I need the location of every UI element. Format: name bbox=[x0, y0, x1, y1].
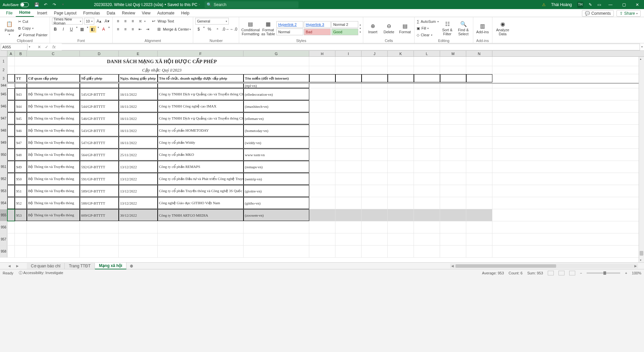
cell[interactable] bbox=[466, 137, 492, 148]
cell[interactable] bbox=[335, 173, 362, 185]
cell[interactable] bbox=[440, 209, 466, 221]
row-header[interactable]: 946 bbox=[0, 100, 7, 112]
save-icon[interactable]: 💾 bbox=[34, 2, 40, 7]
col-header-E[interactable]: E bbox=[119, 51, 158, 56]
align-bottom-icon[interactable]: ≡ bbox=[129, 18, 136, 25]
cell[interactable]: (hometoday·vn) bbox=[244, 125, 309, 136]
cell[interactable] bbox=[7, 161, 15, 173]
cell[interactable] bbox=[7, 125, 15, 136]
autosum-button[interactable]: ∑AutoSum▾ bbox=[417, 18, 438, 25]
cell[interactable]: Bộ Thông tin và Truyền thông bbox=[27, 197, 80, 209]
cell[interactable] bbox=[335, 197, 362, 209]
comments-button[interactable]: 💬Comments bbox=[582, 10, 614, 17]
cell[interactable] bbox=[27, 246, 80, 257]
sort-filter-button[interactable]: ☷Sort & Filter bbox=[440, 18, 455, 38]
row-header[interactable]: 947 bbox=[0, 113, 7, 124]
view-normal-icon[interactable] bbox=[548, 271, 554, 275]
conditional-formatting-button[interactable]: ▤Conditional Formatting bbox=[241, 18, 260, 38]
cell[interactable]: 16/11/2022 bbox=[119, 88, 158, 100]
cell[interactable] bbox=[414, 113, 440, 124]
cell[interactable] bbox=[80, 233, 119, 245]
cell[interactable] bbox=[440, 88, 466, 100]
ribbon-display-icon[interactable]: ▭ bbox=[597, 2, 601, 7]
col-header-N[interactable]: N bbox=[466, 51, 492, 56]
cell[interactable] bbox=[309, 246, 335, 257]
col-header-I[interactable]: I bbox=[335, 51, 362, 56]
paste-button[interactable]: 📋Paste▾ bbox=[2, 18, 17, 38]
cell[interactable] bbox=[362, 88, 388, 100]
cell[interactable] bbox=[27, 221, 80, 233]
cell[interactable]: (elleman·vn) bbox=[244, 113, 309, 124]
row-header[interactable]: 951 bbox=[0, 161, 7, 173]
view-page-break-icon[interactable] bbox=[569, 271, 575, 275]
cell[interactable] bbox=[466, 57, 492, 66]
cell[interactable] bbox=[335, 246, 362, 257]
cell[interactable] bbox=[414, 88, 440, 100]
cell[interactable]: Cơ quan cấp phép bbox=[27, 74, 80, 82]
cell[interactable]: www·xem·vn bbox=[244, 149, 309, 161]
row-header[interactable]: 955 bbox=[0, 209, 7, 221]
cell[interactable] bbox=[440, 197, 466, 209]
cell[interactable] bbox=[15, 83, 27, 88]
cell[interactable] bbox=[7, 246, 15, 257]
cell[interactable]: Bộ Thông tin và Truyền thông bbox=[27, 113, 80, 124]
cell[interactable] bbox=[335, 66, 362, 74]
cell[interactable]: 16/11/2022 bbox=[119, 100, 158, 112]
cell[interactable] bbox=[7, 185, 15, 197]
cell[interactable] bbox=[440, 185, 466, 197]
format-cells-button[interactable]: ▤Format bbox=[397, 18, 412, 38]
insert-cells-button[interactable]: ⊕Insert bbox=[365, 18, 380, 38]
cell[interactable] bbox=[309, 74, 335, 82]
cell[interactable] bbox=[335, 74, 362, 82]
cell[interactable] bbox=[309, 66, 335, 74]
cell[interactable] bbox=[7, 113, 15, 124]
cell[interactable] bbox=[388, 66, 414, 74]
cell[interactable] bbox=[388, 221, 414, 233]
style-normal[interactable]: Normal bbox=[276, 29, 303, 35]
row-header[interactable]: 945 bbox=[0, 88, 7, 100]
align-top-icon[interactable]: ≡ bbox=[115, 18, 121, 25]
cell[interactable]: 946 bbox=[15, 125, 27, 136]
clear-button[interactable]: ◇Clear▾ bbox=[417, 32, 438, 38]
cell[interactable] bbox=[388, 197, 414, 209]
cell[interactable] bbox=[414, 233, 440, 245]
cell[interactable]: Bộ Thông tin và Truyền thông bbox=[27, 137, 80, 148]
cell[interactable]: 951 bbox=[15, 185, 27, 197]
style-hyperlink3[interactable]: Hyperlink 3 bbox=[304, 21, 331, 28]
cell[interactable] bbox=[362, 209, 388, 221]
cell[interactable] bbox=[466, 149, 492, 161]
cell[interactable] bbox=[7, 221, 15, 233]
cell[interactable]: 949 bbox=[15, 161, 27, 173]
cell[interactable] bbox=[335, 125, 362, 136]
cell[interactable] bbox=[15, 233, 27, 245]
cell[interactable]: (sentrip·vn) bbox=[244, 173, 309, 185]
cell[interactable]: 546/GP-BTTTT bbox=[80, 113, 119, 124]
cell[interactable] bbox=[362, 137, 388, 148]
maximize-button[interactable]: ▢ bbox=[620, 2, 628, 7]
cell[interactable] bbox=[440, 66, 466, 74]
cell[interactable]: 950 bbox=[15, 173, 27, 185]
indent-dec-icon[interactable]: ⇤ bbox=[137, 26, 144, 33]
font-color-button[interactable]: A bbox=[100, 26, 107, 33]
cell[interactable] bbox=[7, 74, 15, 82]
select-all-corner[interactable] bbox=[0, 51, 7, 56]
percent-icon[interactable]: % bbox=[206, 26, 213, 33]
cell[interactable] bbox=[466, 88, 492, 100]
cell[interactable]: Công ty TNHH Dịch vụ Quảng cáo và Truyền… bbox=[158, 88, 244, 100]
cell[interactable] bbox=[466, 246, 492, 257]
expand-fx-icon[interactable]: ▾ bbox=[641, 45, 643, 48]
cell[interactable] bbox=[7, 197, 15, 209]
cell[interactable]: (gioitre·vn) bbox=[244, 185, 309, 197]
border-button[interactable]: ▦ bbox=[79, 26, 86, 33]
sheet-prev-icon[interactable]: ◄ bbox=[7, 264, 11, 268]
cell[interactable] bbox=[309, 161, 335, 173]
cell[interactable] bbox=[466, 125, 492, 136]
cell[interactable]: Công ty TNHH Công nghệ cao IMAX bbox=[158, 100, 244, 112]
cell[interactable] bbox=[466, 209, 492, 221]
cell[interactable] bbox=[119, 83, 158, 88]
cell[interactable] bbox=[440, 100, 466, 112]
cell[interactable] bbox=[15, 246, 27, 257]
user-avatar[interactable]: TH bbox=[577, 2, 583, 8]
cell[interactable] bbox=[362, 83, 388, 88]
row-header[interactable]: 948 bbox=[0, 125, 7, 136]
